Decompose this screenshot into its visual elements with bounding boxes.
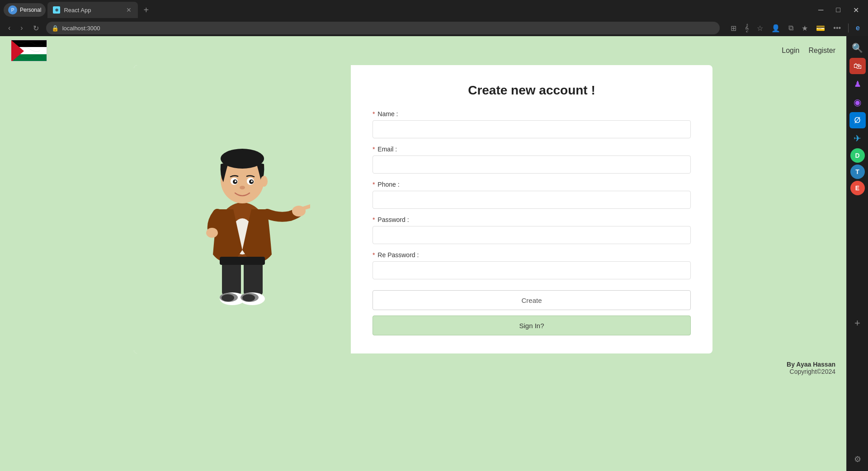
email-field-group: * Email : <box>373 146 691 174</box>
logo-flag <box>11 40 47 61</box>
nav-links: Login Register <box>782 47 835 55</box>
signin-button[interactable]: Sign In? <box>373 316 691 335</box>
svg-point-12 <box>260 176 268 187</box>
email-required-star: * <box>373 146 375 153</box>
window-controls: ─ □ ✕ <box>813 4 864 16</box>
new-tab-button[interactable]: + <box>140 3 152 17</box>
phone-input[interactable] <box>373 191 691 209</box>
more-button[interactable]: ••• <box>830 22 844 34</box>
password-input[interactable] <box>373 226 691 244</box>
login-link[interactable]: Login <box>782 47 799 55</box>
search-side-icon[interactable]: 🔍 <box>849 40 866 56</box>
svg-point-10 <box>251 180 253 182</box>
repassword-input[interactable] <box>373 261 691 279</box>
forward-button[interactable]: › <box>18 22 25 34</box>
password-required-star: * <box>373 216 375 223</box>
nav-header: Login Register <box>0 36 846 65</box>
svg-rect-17 <box>220 257 265 265</box>
tab-close-button[interactable]: ✕ <box>125 5 132 14</box>
name-input[interactable] <box>373 120 691 138</box>
main-card: Create new account ! * Name : * Email : <box>134 65 712 353</box>
green-circle-icon[interactable]: D <box>850 148 865 163</box>
phone-field-group: * Phone : <box>373 181 691 209</box>
tab-title: React App <box>64 7 122 14</box>
name-label: * Name : <box>373 110 691 118</box>
repassword-required-star: * <box>373 251 375 259</box>
url-bar[interactable]: 🔒 localhost:3000 <box>46 22 720 34</box>
add-side-button[interactable]: + <box>849 315 866 331</box>
tab-favicon: ⚛ <box>53 6 60 14</box>
svg-point-14 <box>206 228 218 238</box>
profile-icon-button[interactable]: 👤 <box>769 22 783 34</box>
svg-point-11 <box>240 186 245 189</box>
footer-copyright: Copyright©2024 <box>11 368 835 375</box>
browser-chrome: P Personal ⚛ React App ✕ + ─ □ ✕ ‹ › ↻ <box>0 0 868 36</box>
repassword-label: * Re Password : <box>373 251 691 259</box>
favorites-side-icon[interactable]: 🛍 <box>849 58 866 74</box>
toolbar-icons: ⊞ 𝄞 ☆ 👤 ⧉ ★ 💳 ••• e <box>728 22 863 34</box>
form-title: Create new account ! <box>373 83 691 98</box>
split-screen-button[interactable]: ⧉ <box>786 22 796 34</box>
svg-point-23 <box>242 294 255 301</box>
back-button[interactable]: ‹ <box>5 22 13 34</box>
refresh-button[interactable]: ↻ <box>30 22 42 34</box>
settings-side-icon[interactable]: ⚙ <box>849 451 866 467</box>
svg-point-22 <box>222 294 234 301</box>
illustration-panel <box>134 65 351 353</box>
name-required-star: * <box>373 110 375 118</box>
edge-icon-button[interactable]: e <box>853 22 863 34</box>
colorful-side-icon[interactable]: ◉ <box>849 94 866 110</box>
email-input[interactable] <box>373 155 691 174</box>
security-icon: 🔒 <box>52 25 59 32</box>
profile-avatar: P <box>8 5 17 14</box>
wallet-button[interactable]: 💳 <box>813 22 828 34</box>
url-text: localhost:3000 <box>62 25 100 32</box>
close-button[interactable]: ✕ <box>848 4 864 16</box>
svg-point-9 <box>235 180 236 182</box>
profile-label: Personal <box>20 7 41 13</box>
minimize-button[interactable]: ─ <box>813 4 829 16</box>
profile-button[interactable]: P Personal <box>4 3 46 17</box>
email-label: * Email : <box>373 146 691 153</box>
collections-button[interactable]: ★ <box>799 22 811 34</box>
side-panel: 🔍 🛍 ♟ ◉ Ø ✈ D T E + ⚙ <box>846 36 868 471</box>
registration-form-panel: Create new account ! * Name : * Email : <box>351 65 712 353</box>
name-field-group: * Name : <box>373 110 691 138</box>
divider <box>848 24 849 33</box>
active-tab[interactable]: ⚛ React App ✕ <box>47 2 138 18</box>
orange-circle-icon[interactable]: E <box>850 181 865 195</box>
create-button[interactable]: Create <box>373 290 691 310</box>
flag-scribble <box>11 40 47 61</box>
footer-author: By Ayaa Hassan <box>11 361 835 368</box>
outlook-side-icon[interactable]: Ø <box>849 112 866 128</box>
repassword-field-group: * Re Password : <box>373 251 691 279</box>
page-footer: By Ayaa Hassan Copyright©2024 <box>0 353 846 382</box>
character-illustration <box>175 110 310 309</box>
social-side-icon[interactable]: ♟ <box>849 76 866 92</box>
password-field-group: * Password : <box>373 216 691 244</box>
read-aloud-button[interactable]: 𝄞 <box>742 22 751 34</box>
favorites-button[interactable]: ☆ <box>754 22 766 34</box>
telegram-side-icon[interactable]: ✈ <box>849 130 866 146</box>
page-content: Login Register <box>0 36 846 471</box>
maximize-button[interactable]: □ <box>830 4 846 16</box>
phone-required-star: * <box>373 181 375 188</box>
password-label: * Password : <box>373 216 691 223</box>
register-link[interactable]: Register <box>808 47 835 55</box>
blue-circle-icon[interactable]: T <box>850 165 865 179</box>
character-svg <box>175 110 310 309</box>
extensions-button[interactable]: ⊞ <box>728 22 739 34</box>
phone-label: * Phone : <box>373 181 691 188</box>
